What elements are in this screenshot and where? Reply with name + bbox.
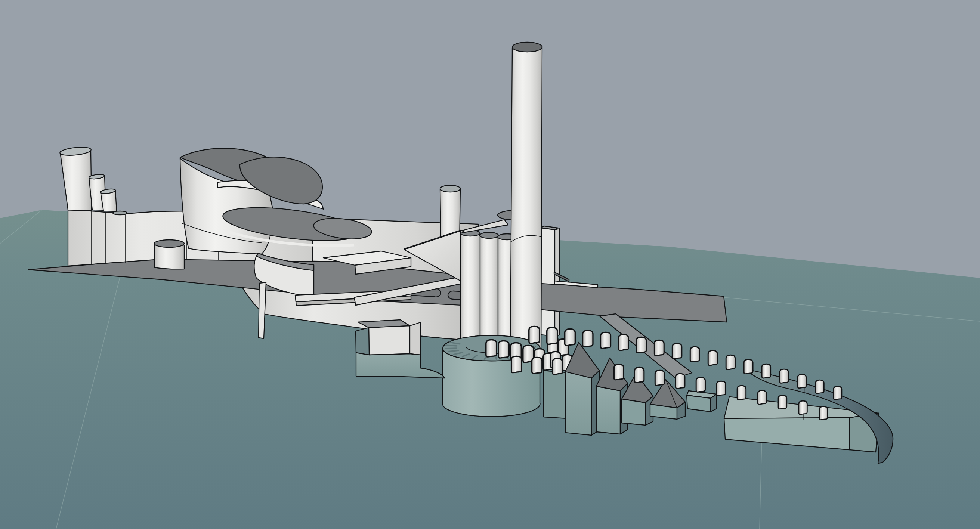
shell-fin: [547, 327, 557, 344]
shell-fin: [696, 377, 705, 392]
shell-fin: [798, 374, 806, 388]
shell-fin: [636, 337, 646, 353]
chimney-top: [512, 42, 542, 52]
tower-front: [622, 399, 646, 425]
shell-fin: [780, 369, 788, 383]
cylinder-stub-top: [113, 211, 127, 215]
pipe-top: [480, 232, 498, 238]
shell-fin: [511, 356, 522, 372]
tower-front: [596, 386, 620, 434]
shell-fin: [601, 332, 611, 348]
shell-fin: [726, 355, 735, 370]
shell-fin: [676, 373, 685, 389]
box-side: [410, 322, 420, 355]
shell-fin: [552, 358, 563, 374]
shell-fin: [635, 367, 644, 383]
main-chimney[interactable]: [511, 42, 542, 349]
viewport-3d[interactable]: [0, 0, 980, 529]
small-drum-top: [154, 240, 184, 247]
box-front: [369, 326, 410, 355]
shell-fin: [690, 347, 699, 362]
box-shade-side: [356, 328, 369, 355]
shell-fin: [717, 381, 725, 395]
shell-fin: [672, 343, 681, 359]
shell-fin: [583, 330, 593, 347]
shell-fin: [708, 350, 718, 365]
shell-fin: [778, 395, 787, 409]
shell-fin: [654, 340, 664, 355]
shell-fin: [486, 340, 497, 357]
shell-fin: [744, 359, 753, 373]
shell-fin: [614, 364, 624, 380]
shell-fin: [816, 380, 824, 393]
shell-fin: [532, 357, 542, 373]
annex-front: [687, 395, 711, 412]
shell-fin: [498, 341, 509, 358]
shell-fin: [565, 329, 575, 345]
shell-fin: [619, 334, 629, 350]
shell-fin: [737, 386, 746, 400]
pipe-wall: [461, 233, 480, 349]
chimney-top: [440, 185, 460, 192]
pipe-wall: [480, 235, 498, 350]
shell-fin: [655, 370, 664, 385]
shell-fin: [529, 327, 540, 344]
shell-fin: [762, 364, 771, 378]
chimney-wall: [511, 46, 542, 349]
tower-front: [565, 372, 592, 435]
front-face: [541, 228, 555, 336]
shell-fin: [819, 407, 827, 419]
shell-fin: [834, 386, 842, 399]
shell-fin: [758, 391, 766, 404]
shell-fin: [799, 401, 807, 414]
